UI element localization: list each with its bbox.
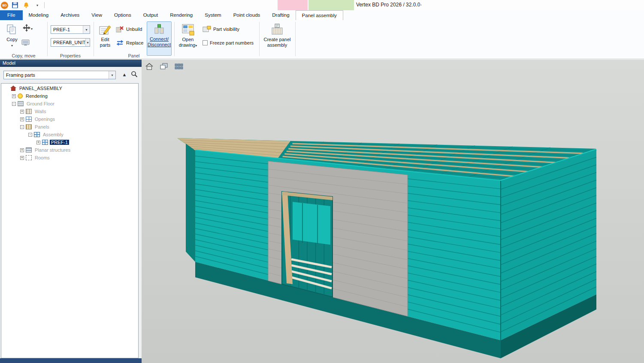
expand-icon[interactable]: + bbox=[12, 94, 16, 98]
expand-icon[interactable]: + bbox=[36, 141, 40, 144]
openings-icon bbox=[26, 117, 32, 122]
tree-item-panel-assembly[interactable]: PANEL_ASSEMBLY bbox=[1, 84, 138, 92]
tab-modeling[interactable]: Modeling bbox=[23, 10, 55, 20]
model-panel: Model Framing parts PANEL_ASSEMBLY+Rende… bbox=[0, 60, 142, 363]
panel-assembly-tab-highlight bbox=[308, 0, 354, 10]
tree-item-label: Rooms bbox=[33, 155, 51, 160]
tab-system[interactable]: System bbox=[199, 10, 227, 20]
chevron-down-icon[interactable] bbox=[109, 71, 115, 79]
tree-item-rendering[interactable]: +Rendering bbox=[1, 92, 138, 100]
tree-item-label: Rendering bbox=[24, 93, 49, 99]
cascade-windows-icon bbox=[159, 62, 169, 71]
replace-label: Replace bbox=[126, 40, 143, 45]
pref-icon bbox=[42, 140, 48, 145]
checkbox-icon[interactable] bbox=[203, 40, 208, 45]
open-drawing-label2: drawing bbox=[179, 42, 197, 48]
tree-item-openings[interactable]: +Openings bbox=[1, 115, 138, 123]
create-panel-assembly-button[interactable]: Create panel assembly bbox=[262, 22, 293, 55]
panel-type-value: PREFAB_UNIT bbox=[53, 40, 85, 45]
tab-output[interactable]: Output bbox=[137, 10, 164, 20]
group-divider bbox=[295, 22, 296, 56]
tree-item-rooms[interactable]: +Rooms bbox=[1, 154, 138, 162]
bell-icon bbox=[23, 2, 30, 9]
group-label: Properties bbox=[47, 53, 94, 58]
app-logo-icon[interactable]: BD bbox=[1, 2, 8, 9]
model-tree: PANEL_ASSEMBLY+Rendering-Ground Floor+Wa… bbox=[1, 83, 139, 358]
notifications-button[interactable] bbox=[22, 1, 30, 9]
views-button[interactable] bbox=[143, 61, 155, 72]
ribbon: Copy Copy, move PREF-1 bbox=[0, 20, 644, 59]
ribbon-group-drawing: Open drawing Part visibility Freeze part… bbox=[174, 20, 259, 59]
tab-view[interactable]: View bbox=[85, 10, 108, 20]
tree-item-ground-floor[interactable]: -Ground Floor bbox=[1, 100, 138, 108]
tree-item-label: Ground Floor bbox=[25, 101, 56, 106]
tree-item-label: Openings bbox=[33, 117, 56, 122]
qat-customize-button[interactable] bbox=[33, 1, 42, 9]
rooms-icon bbox=[26, 155, 32, 160]
ribbon-group-create: Create panel assembly bbox=[259, 20, 295, 59]
tab-rendering[interactable]: Rendering bbox=[164, 10, 199, 20]
panel-grid-button[interactable] bbox=[172, 61, 184, 72]
tree-filter-combo[interactable]: Framing parts bbox=[3, 71, 116, 79]
chevron-down-icon[interactable] bbox=[85, 39, 90, 46]
connect-disconnect-icon bbox=[154, 22, 165, 36]
open-drawing-button[interactable]: Open drawing bbox=[176, 22, 200, 55]
panel-type-combo[interactable]: PREFAB_UNIT bbox=[51, 38, 90, 47]
tree-item-panels[interactable]: -Panels bbox=[1, 123, 138, 131]
disconnect-label: Disconnect bbox=[148, 42, 171, 48]
expand-icon[interactable]: + bbox=[20, 156, 24, 160]
tab-panel-assembly[interactable]: Panel assembly bbox=[296, 10, 343, 20]
tree-item-label: Planar structures bbox=[33, 147, 72, 153]
tree-item-label: PANEL_ASSEMBLY bbox=[18, 86, 63, 91]
up-arrow-button[interactable] bbox=[120, 70, 129, 79]
unbuild-button[interactable]: Unbuild bbox=[116, 24, 142, 34]
tab-point-clouds[interactable]: Point clouds bbox=[227, 10, 266, 20]
expand-icon[interactable]: + bbox=[20, 110, 24, 114]
chevron-down-icon[interactable] bbox=[83, 26, 90, 33]
save-button[interactable] bbox=[11, 1, 19, 9]
planar-structures-icon bbox=[26, 147, 32, 153]
sidebar-bottom-bar bbox=[0, 358, 142, 363]
copy-button[interactable]: Copy bbox=[3, 22, 21, 54]
replace-button[interactable]: Replace bbox=[116, 38, 143, 48]
expand-icon[interactable]: + bbox=[20, 117, 24, 121]
tree-item-walls[interactable]: +Walls bbox=[1, 108, 138, 115]
collapse-icon[interactable]: - bbox=[20, 125, 24, 129]
create-panel-label2: assembly bbox=[267, 42, 287, 48]
freeze-part-numbers-checkbox[interactable]: Freeze part numbers bbox=[203, 38, 254, 48]
collapse-icon[interactable]: - bbox=[12, 102, 16, 106]
part-visibility-button[interactable]: Part visibility bbox=[203, 24, 239, 34]
open-drawing-icon bbox=[181, 22, 194, 37]
tab-options[interactable]: Options bbox=[108, 10, 137, 20]
search-icon bbox=[131, 71, 138, 78]
tree-filter-value: Framing parts bbox=[6, 72, 35, 78]
viewport-toolbar bbox=[143, 61, 184, 72]
copy-view-button[interactable] bbox=[21, 39, 30, 46]
dropdown-caret-icon bbox=[31, 25, 33, 31]
part-visibility-icon bbox=[203, 26, 211, 33]
edit-parts-label: parts bbox=[100, 42, 110, 48]
tree-item-planar-structures[interactable]: +Planar structures bbox=[1, 146, 138, 154]
dropdown-caret-icon bbox=[195, 42, 197, 48]
collapse-icon[interactable]: - bbox=[28, 133, 32, 137]
edit-parts-button[interactable]: Edit parts bbox=[96, 22, 114, 55]
tab-file[interactable]: File bbox=[0, 10, 23, 20]
tree-item-pref-1[interactable]: +PREF-1 bbox=[1, 138, 138, 146]
search-button[interactable] bbox=[130, 70, 139, 79]
move-button[interactable] bbox=[22, 24, 33, 32]
panel-name-value: PREF-1 bbox=[53, 27, 70, 32]
tab-archives[interactable]: Archives bbox=[54, 10, 85, 20]
freeze-part-numbers-label: Freeze part numbers bbox=[210, 40, 254, 45]
tab-drafting[interactable]: Drafting bbox=[266, 10, 295, 20]
windows-button[interactable] bbox=[158, 61, 170, 72]
tree-item-assembly[interactable]: -Assembly bbox=[1, 131, 138, 138]
connect-disconnect-button[interactable]: Connect/ Disconnect bbox=[147, 21, 172, 56]
window-title: Vertex BD Pro 2026 / 32.0.0· bbox=[356, 2, 422, 8]
expand-icon[interactable]: + bbox=[20, 148, 24, 152]
copy-icon bbox=[6, 22, 18, 37]
3d-scene[interactable] bbox=[142, 60, 644, 363]
panel-name-combo[interactable]: PREF-1 bbox=[51, 25, 90, 34]
3d-viewport[interactable] bbox=[142, 60, 644, 363]
door-window bbox=[293, 202, 330, 245]
edit-parts-label: Edit bbox=[101, 37, 109, 42]
